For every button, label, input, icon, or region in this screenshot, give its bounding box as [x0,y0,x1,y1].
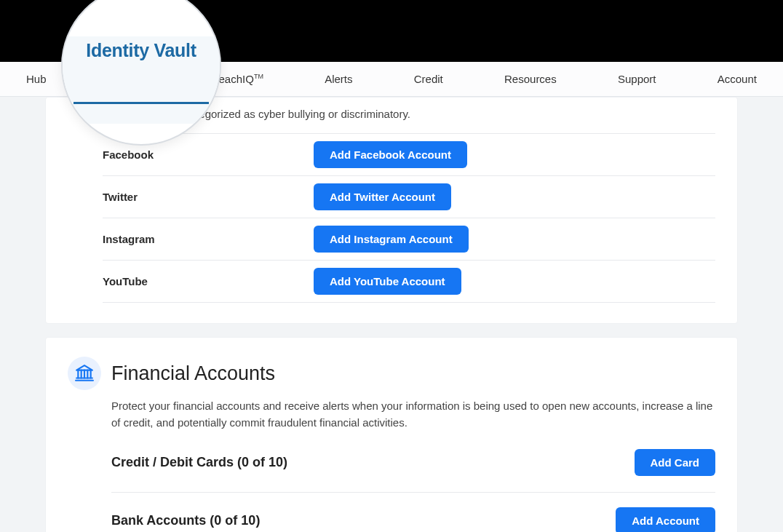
add-youtube-button[interactable]: Add YouTube Account [314,268,461,295]
nav-alerts[interactable]: Alerts [313,73,364,85]
nav-resources[interactable]: Resources [493,73,568,85]
add-instagram-button[interactable]: Add Instagram Account [314,226,469,253]
financial-title: Financial Accounts [111,362,275,385]
highlight-label: Identity Vault [73,40,209,61]
nav-credit[interactable]: Credit [402,73,455,85]
nav-hub[interactable]: Hub [15,73,58,85]
row-youtube: YouTube Add YouTube Account [103,261,715,303]
add-twitter-button[interactable]: Add Twitter Account [314,183,451,210]
row-label-youtube: YouTube [103,275,314,287]
row-twitter: Twitter Add Twitter Account [103,176,715,218]
row-label-instagram: Instagram [103,233,314,245]
fin-label-bank: Bank Accounts (0 of 10) [111,513,260,528]
add-account-button[interactable]: Add Account [616,507,715,533]
add-card-button[interactable]: Add Card [635,449,716,476]
row-facebook: Facebook Add Facebook Account [103,134,715,176]
financial-description: Protect your financial accounts and rece… [111,397,715,432]
fin-row-bank: Bank Accounts (0 of 10) Add Account [111,492,715,533]
highlight-underline [73,102,209,104]
row-label-facebook: Facebook [103,148,314,161]
nav-account[interactable]: Account [706,73,768,85]
trademark-icon: TM [254,73,263,80]
nav-support[interactable]: Support [606,73,668,85]
bank-icon [68,357,101,390]
fin-row-cards: Credit / Debit Cards (0 of 10) Add Card [111,449,715,486]
add-facebook-button[interactable]: Add Facebook Account [314,141,467,168]
fin-label-cards: Credit / Debit Cards (0 of 10) [111,455,287,470]
financial-accounts-card: Financial Accounts Protect your financia… [45,337,738,532]
row-label-twitter: Twitter [103,191,314,203]
row-instagram: Instagram Add Instagram Account [103,218,715,261]
